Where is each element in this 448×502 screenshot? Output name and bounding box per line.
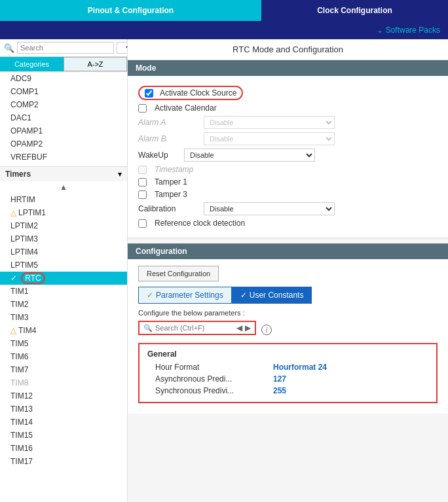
sidebar-item-tim4[interactable]: △TIM4 <box>0 324 127 337</box>
sidebar-item-hrtim[interactable]: HRTIM <box>0 193 127 206</box>
check-icon-params: ✓ <box>147 291 153 300</box>
sidebar-item-tim12[interactable]: TIM12 <box>0 389 127 403</box>
activate-calendar-checkbox[interactable] <box>138 104 147 113</box>
sidebar-item-comp1[interactable]: COMP1 <box>0 85 127 98</box>
calibration-select[interactable]: Disable <box>204 202 335 215</box>
sidebar-item-tim8[interactable]: TIM8 <box>0 376 127 389</box>
reset-config-button[interactable]: Reset Configuration <box>138 266 219 281</box>
prev-arrow-icon[interactable]: ◀ <box>236 323 242 332</box>
activate-calendar-label: Activate Calendar <box>155 103 217 113</box>
timers-chevron-icon: ▾ <box>118 170 122 179</box>
software-packs-link[interactable]: Software Packs <box>386 26 440 35</box>
sidebar-item-rtc[interactable]: ✓ RTC <box>0 272 127 285</box>
sidebar-item-comp2[interactable]: COMP2 <box>0 98 127 111</box>
tamper3-checkbox[interactable] <box>138 190 147 199</box>
sidebar-item-tim14[interactable]: TIM14 <box>0 416 127 429</box>
sidebar-item-lptim4[interactable]: LPTIM4 <box>0 245 127 259</box>
alarm-b-row: Alarm B Disable <box>138 132 438 145</box>
activate-clock-source-row: Activate Clock Source <box>138 86 438 100</box>
alarm-b-select[interactable]: Disable <box>204 132 335 145</box>
alarm-a-row: Alarm A Disable <box>138 116 438 129</box>
check-icon-constants: ✓ <box>240 291 247 300</box>
mode-section: Activate Clock Source Activate Calendar … <box>128 76 448 238</box>
tamper1-checkbox[interactable] <box>138 178 147 187</box>
sidebar-item-tim5[interactable]: TIM5 <box>0 337 127 350</box>
activate-clock-checkbox[interactable] <box>145 89 153 98</box>
sidebar-item-lptim2[interactable]: LPTIM2 <box>0 219 127 232</box>
info-icon[interactable]: i <box>261 325 272 335</box>
next-arrow-icon[interactable]: ▶ <box>245 323 251 332</box>
param-row-hour-format: Hour Format Hourformat 24 <box>145 361 431 373</box>
alarm-a-select[interactable]: Disable <box>204 116 335 129</box>
sidebar-item-adc9[interactable]: ADC9 <box>0 72 127 85</box>
sidebar-item-tim2[interactable]: TIM2 <box>0 298 127 311</box>
search-dropdown[interactable] <box>117 42 128 54</box>
az-tab[interactable]: A->Z <box>64 57 127 71</box>
subheader: ⌄ Software Packs <box>0 21 448 39</box>
warning-icon-lptim1: △ <box>10 208 16 217</box>
up-arrow[interactable]: ▲ <box>0 181 127 193</box>
sidebar: 🔍 ⚙ Categories A->Z ADC9 COMP1 COMP2 DAC… <box>0 39 128 502</box>
params-table: General Hour Format Hourformat 24 Asynch… <box>138 343 438 403</box>
activate-clock-circle: Activate Clock Source <box>138 86 243 100</box>
sidebar-item-lptim1[interactable]: △LPTIM1 <box>0 206 127 219</box>
tab-parameter-settings[interactable]: ✓ Parameter Settings <box>138 287 232 304</box>
sidebar-item-dac1[interactable]: DAC1 <box>0 111 127 124</box>
timestamp-row: Timestamp <box>138 165 438 174</box>
timers-label: Timers <box>5 170 31 179</box>
category-tabs: Categories A->Z <box>0 57 127 72</box>
wakeup-select[interactable]: Disable <box>184 149 315 162</box>
timers-section[interactable]: Timers ▾ <box>0 166 127 181</box>
mode-section-header: Mode <box>128 60 448 76</box>
sidebar-item-lptim3[interactable]: LPTIM3 <box>0 232 127 245</box>
search-params-input[interactable] <box>155 324 234 332</box>
param-name-hour-format: Hour Format <box>155 363 273 372</box>
alarm-a-label: Alarm A <box>138 118 204 127</box>
wakeup-label: WakeUp <box>138 151 184 160</box>
search-bar: 🔍 ⚙ <box>0 39 127 57</box>
ref-clock-label: Reference clock detection <box>155 219 245 228</box>
config-section: Reset Configuration ✓ Parameter Settings… <box>128 259 448 414</box>
configure-desc: Configure the below parameters : <box>138 309 438 317</box>
ref-clock-checkbox[interactable] <box>138 219 147 228</box>
check-icon-rtc: ✓ <box>10 274 17 283</box>
warning-icon-tim4: △ <box>10 326 16 335</box>
content-area: RTC Mode and Configuration Mode Activate… <box>128 39 448 502</box>
param-value-hour-format: Hourformat 24 <box>273 363 327 372</box>
content-title: RTC Mode and Configuration <box>128 39 448 60</box>
tab-constants-label: User Constants <box>250 291 304 300</box>
sidebar-item-tim3[interactable]: TIM3 <box>0 311 127 324</box>
tabs-row: ✓ Parameter Settings ✓ User Constants <box>138 287 438 304</box>
param-value-sync-prediv: 255 <box>273 386 286 395</box>
calibration-label: Calibration <box>138 204 204 213</box>
sidebar-item-tim17[interactable]: TIM17 <box>0 455 127 468</box>
tab-params-label: Parameter Settings <box>156 291 223 300</box>
pinout-config-title: Pinout & Configuration <box>0 0 261 21</box>
chevron-down-icon: ⌄ <box>377 26 383 35</box>
wakeup-row: WakeUp Disable <box>138 149 438 162</box>
config-section-header: Configuration <box>128 243 448 259</box>
search-icon: 🔍 <box>4 43 14 53</box>
sidebar-item-opamp2[interactable]: OPAMP2 <box>0 137 127 151</box>
param-name-sync-prediv: Synchronous Predivi... <box>155 386 273 395</box>
rtc-circle-highlight: RTC <box>21 272 45 284</box>
sidebar-item-lptim5[interactable]: LPTIM5 <box>0 259 127 272</box>
sidebar-item-tim1[interactable]: TIM1 <box>0 285 127 298</box>
tamper3-label: Tamper 3 <box>155 190 187 199</box>
sidebar-item-tim13[interactable]: TIM13 <box>0 403 127 416</box>
param-row-async-prediv: Asynchronous Predi... 127 <box>145 373 431 385</box>
tamper1-label: Tamper 1 <box>155 177 187 187</box>
sidebar-item-opamp1[interactable]: OPAMP1 <box>0 124 127 137</box>
tamper1-row: Tamper 1 <box>138 177 438 187</box>
tab-user-constants[interactable]: ✓ User Constants <box>232 287 312 304</box>
sidebar-item-tim6[interactable]: TIM6 <box>0 350 127 363</box>
sidebar-item-tim16[interactable]: TIM16 <box>0 442 127 455</box>
timestamp-checkbox[interactable] <box>138 166 147 174</box>
sidebar-item-tim15[interactable]: TIM15 <box>0 429 127 442</box>
categories-tab[interactable]: Categories <box>0 57 64 71</box>
search-input[interactable] <box>17 42 114 54</box>
search-params-container: 🔍 ◀ ▶ i <box>138 321 438 339</box>
sidebar-item-vrefbuf[interactable]: VREFBUF <box>0 151 127 164</box>
activate-calendar-row: Activate Calendar <box>138 103 438 113</box>
sidebar-item-tim7[interactable]: TIM7 <box>0 363 127 376</box>
